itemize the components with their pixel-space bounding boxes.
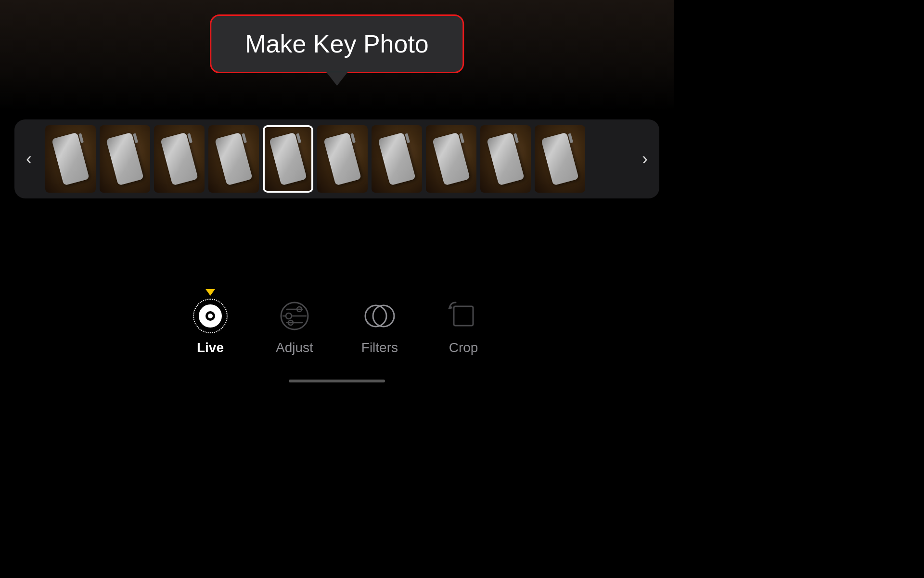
thumb-phone-7	[378, 132, 416, 186]
thumbnail-7[interactable]	[372, 125, 422, 193]
thumbnail-1[interactable]	[45, 125, 96, 193]
chevron-right-icon: ›	[642, 149, 648, 169]
thumb-inner-6	[317, 125, 368, 193]
thumb-phone-4	[215, 132, 253, 186]
crop-label: Crop	[449, 340, 478, 355]
thumb-phone-10	[541, 132, 579, 186]
filmstrip: ‹	[14, 119, 659, 198]
adjust-label: Adjust	[276, 340, 313, 355]
svg-point-1	[286, 313, 292, 319]
thumb-phone-1	[51, 132, 90, 186]
thumb-phone-5	[269, 132, 307, 186]
chevron-left-icon: ‹	[26, 149, 32, 169]
thumbnail-8[interactable]	[426, 125, 476, 193]
crop-icon	[446, 299, 481, 333]
thumbnail-9[interactable]	[480, 125, 531, 193]
live-tool[interactable]: Live	[193, 299, 228, 355]
thumb-inner-5	[265, 127, 311, 191]
tooltip-text: Make Key Photo	[245, 30, 429, 58]
thumb-inner-2	[100, 125, 150, 193]
bottom-controls: Live Adjust	[0, 270, 674, 520]
filmstrip-prev-button[interactable]: ‹	[14, 149, 43, 169]
thumb-phone-9	[487, 132, 525, 186]
svg-rect-10	[454, 306, 473, 326]
thumbnail-2[interactable]	[100, 125, 150, 193]
live-icon	[193, 299, 228, 333]
home-indicator	[0, 375, 674, 392]
thumb-inner-4	[208, 125, 259, 193]
tooltip-arrow	[326, 72, 347, 86]
thumb-inner-3	[154, 125, 205, 193]
live-circle-dot	[205, 310, 216, 322]
live-active-indicator	[205, 289, 215, 296]
thumb-phone-8	[432, 132, 470, 186]
filmstrip-thumbnails	[43, 125, 630, 193]
crop-tool[interactable]: Crop	[446, 299, 481, 355]
filmstrip-next-button[interactable]: ›	[630, 149, 659, 169]
thumb-phone-6	[323, 132, 361, 186]
live-circle-inner	[199, 304, 222, 328]
filters-tool[interactable]: Filters	[361, 299, 398, 355]
thumbnail-10[interactable]	[535, 125, 585, 193]
live-label: Live	[197, 340, 224, 355]
thumb-phone-3	[160, 132, 198, 186]
thumb-inner-1	[45, 125, 96, 193]
tooltip-box[interactable]: Make Key Photo	[210, 14, 464, 73]
thumb-inner-9	[480, 125, 531, 193]
filters-icon	[362, 299, 397, 333]
thumb-inner-7	[372, 125, 422, 193]
thumb-inner-10	[535, 125, 585, 193]
svg-marker-11	[448, 304, 453, 309]
adjust-icon	[277, 299, 312, 333]
edit-tools-bar: Live Adjust	[0, 289, 674, 375]
adjust-tool[interactable]: Adjust	[276, 299, 313, 355]
thumbnail-5-selected[interactable]	[263, 125, 313, 193]
home-bar	[289, 380, 385, 382]
thumb-phone-2	[106, 132, 144, 186]
thumbnail-6[interactable]	[317, 125, 368, 193]
thumbnail-4[interactable]	[208, 125, 259, 193]
live-circle-outer	[193, 299, 228, 333]
filmstrip-wrapper: ‹	[0, 111, 674, 207]
filters-label: Filters	[361, 340, 398, 355]
thumbnail-3[interactable]	[154, 125, 205, 193]
thumb-inner-8	[426, 125, 476, 193]
tooltip-container[interactable]: Make Key Photo	[210, 14, 464, 86]
